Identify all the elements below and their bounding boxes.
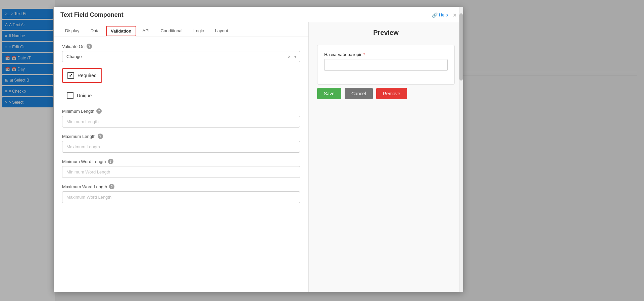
cancel-button[interactable]: Cancel	[345, 88, 373, 99]
save-button[interactable]: Save	[317, 88, 341, 99]
help-icon: 🔗	[432, 12, 438, 18]
unique-label: Unique	[77, 93, 92, 98]
modal-scrollbar[interactable]	[459, 22, 463, 292]
tabs-bar: Display Data Validation API Conditional …	[54, 22, 308, 37]
max-word-length-group: Maximum Word Length ?	[62, 184, 300, 203]
left-panel: Display Data Validation API Conditional …	[54, 22, 309, 292]
min-word-length-input[interactable]	[62, 166, 300, 178]
validate-on-select-wrapper: Change × ▼	[62, 51, 300, 62]
remove-button[interactable]: Remove	[376, 88, 407, 99]
right-panel: Preview Назва лабораторії * Save Cancel …	[309, 22, 463, 292]
unique-checkbox[interactable]	[67, 92, 73, 99]
max-length-group: Maximum Length ?	[62, 134, 300, 153]
min-word-length-label: Minimum Word Length ?	[62, 159, 300, 164]
modal-body: Display Data Validation API Conditional …	[54, 22, 463, 292]
preview-field-label: Назва лабораторії *	[324, 52, 448, 57]
max-word-info-icon: ?	[109, 184, 114, 189]
min-word-info-icon: ?	[108, 159, 113, 164]
select-clear-icon[interactable]: ×	[288, 54, 291, 59]
max-word-length-label: Maximum Word Length ?	[62, 184, 300, 189]
tab-display[interactable]: Display	[60, 26, 84, 37]
max-length-label: Maximum Length ?	[62, 134, 300, 139]
validate-on-group: Validate On ? Change × ▼	[62, 44, 300, 62]
validate-on-select[interactable]: Change	[62, 51, 300, 62]
required-checkbox[interactable]: ✓	[67, 72, 74, 79]
close-button[interactable]: ×	[453, 12, 456, 18]
min-word-length-group: Minimum Word Length ?	[62, 159, 300, 178]
unique-checkbox-group[interactable]: Unique	[62, 89, 96, 102]
validate-on-info-icon: ?	[87, 44, 92, 49]
required-label: Required	[78, 73, 97, 78]
min-length-input[interactable]	[62, 116, 300, 128]
modal-dialog: Text Field Component 🔗 Help × Display Da…	[54, 7, 463, 292]
checkmark-icon: ✓	[69, 73, 73, 78]
preview-title: Preview	[317, 29, 455, 37]
required-checkbox-group[interactable]: ✓ Required	[62, 68, 102, 83]
validate-on-label: Validate On ?	[62, 44, 300, 49]
help-link[interactable]: 🔗 Help	[432, 12, 448, 18]
preview-actions: Save Cancel Remove	[317, 88, 455, 99]
tab-layout[interactable]: Layout	[210, 26, 233, 37]
max-word-length-input[interactable]	[62, 191, 300, 203]
preview-card: Назва лабораторії *	[317, 45, 455, 85]
min-length-label: Minimum Length ?	[62, 108, 300, 114]
scrollbar-thumb	[459, 22, 463, 81]
preview-input-field[interactable]	[324, 59, 448, 71]
tab-api[interactable]: API	[138, 26, 154, 37]
tab-logic[interactable]: Logic	[189, 26, 209, 37]
max-length-input[interactable]	[62, 141, 300, 153]
tab-data[interactable]: Data	[86, 26, 104, 37]
tab-validation[interactable]: Validation	[106, 26, 136, 36]
modal-header: Text Field Component 🔗 Help ×	[54, 7, 463, 22]
max-length-info-icon: ?	[98, 134, 103, 139]
tab-conditional[interactable]: Conditional	[156, 26, 187, 37]
required-star: *	[363, 52, 365, 57]
form-content: Validate On ? Change × ▼ ✓	[54, 37, 308, 292]
modal-title: Text Field Component	[60, 11, 123, 18]
min-length-group: Minimum Length ?	[62, 108, 300, 128]
min-length-info-icon: ?	[96, 108, 102, 114]
modal-header-right: 🔗 Help ×	[432, 12, 456, 18]
